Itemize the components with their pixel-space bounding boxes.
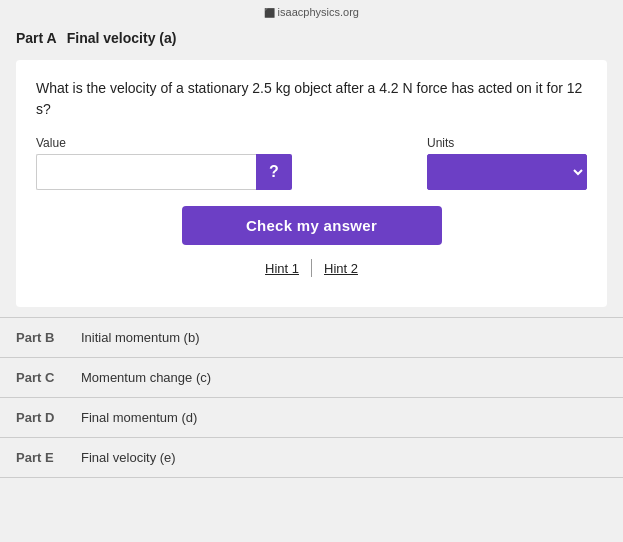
units-select[interactable] [427,154,587,190]
part-item-title: Initial momentum (b) [81,330,199,345]
part-item-label: Part E [16,450,71,465]
hints-row: Hint 1 Hint 2 [36,259,587,277]
value-units-row: Value ? Units [36,136,587,190]
part-a-header: Part A Final velocity (a) [16,30,607,46]
value-input-row: ? [36,154,407,190]
question-mark-button[interactable]: ? [256,154,292,190]
site-domain: isaacphysics.org [0,0,623,22]
value-label: Value [36,136,407,150]
units-label: Units [427,136,587,150]
part-item[interactable]: Part EFinal velocity (e) [0,438,623,478]
hint2-button[interactable]: Hint 2 [312,261,370,276]
part-a-label: Part A [16,30,57,46]
part-item[interactable]: Part BInitial momentum (b) [0,318,623,358]
part-item[interactable]: Part DFinal momentum (d) [0,398,623,438]
parts-list: Part BInitial momentum (b)Part CMomentum… [0,317,623,478]
part-item-label: Part C [16,370,71,385]
units-section: Units [427,136,587,190]
value-section: Value ? [36,136,407,190]
part-item[interactable]: Part CMomentum change (c) [0,358,623,398]
part-item-label: Part B [16,330,71,345]
hint1-button[interactable]: Hint 1 [253,261,311,276]
part-item-label: Part D [16,410,71,425]
question-text: What is the velocity of a stationary 2.5… [36,78,587,120]
check-answer-button[interactable]: Check my answer [182,206,442,245]
part-item-title: Momentum change (c) [81,370,211,385]
value-input[interactable] [36,154,256,190]
question-box: What is the velocity of a stationary 2.5… [16,60,607,307]
part-item-title: Final velocity (e) [81,450,176,465]
part-a-title: Final velocity (a) [67,30,177,46]
part-item-title: Final momentum (d) [81,410,197,425]
